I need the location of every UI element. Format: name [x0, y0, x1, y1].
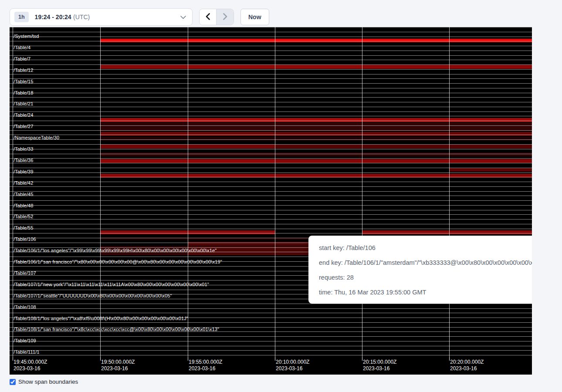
axis-time-label: 20:10:00.000Z2023-03-16: [276, 359, 309, 372]
heatmap-cell[interactable]: [100, 168, 188, 172]
heatmap-cell[interactable]: [449, 152, 532, 156]
heatmap-cell[interactable]: [275, 132, 362, 136]
heatmap-cell[interactable]: [362, 174, 449, 178]
heatmap-cell[interactable]: [10, 118, 100, 122]
time-gridline: [449, 27, 450, 357]
heatmap-cell[interactable]: [449, 132, 532, 136]
heatmap-cell[interactable]: [449, 65, 532, 69]
axis-tick: [188, 357, 188, 361]
heatmap-cell[interactable]: [275, 39, 362, 42]
heatmap-cell[interactable]: [188, 65, 275, 69]
heatmap-cell[interactable]: [188, 242, 275, 246]
tooltip-time: time: Thu, 16 Mar 2023 19:55:00 GMT: [319, 285, 532, 300]
heatmap-cell[interactable]: [362, 132, 449, 136]
time-range-label: 19:24 - 20:24 (UTC): [35, 13, 90, 21]
heatmap-cell[interactable]: [362, 122, 449, 131]
span-row-label: /Table/48: [14, 203, 34, 208]
tooltip-requests: requests: 28: [319, 270, 532, 285]
heatmap-cell[interactable]: [10, 39, 100, 42]
heatmap-cell[interactable]: [362, 168, 449, 172]
heatmap-cell[interactable]: [100, 159, 188, 163]
heatmap-cell[interactable]: [188, 118, 275, 122]
heatmap-cell[interactable]: [188, 237, 275, 240]
heatmap-cell[interactable]: [275, 137, 362, 141]
heatmap-cell[interactable]: [188, 174, 275, 178]
heatmap-cell[interactable]: [449, 159, 532, 163]
heatmap-cell[interactable]: [100, 152, 188, 156]
heatmap-cell[interactable]: [188, 230, 275, 234]
heatmap-cell[interactable]: [362, 152, 449, 156]
heatmap-cell[interactable]: [362, 145, 449, 149]
heatmap-cell[interactable]: [100, 230, 188, 234]
tooltip-end-key: end key: /Table/106/1/"amsterdam"/"\xb33…: [319, 255, 532, 270]
heatmap-cell[interactable]: [449, 230, 532, 234]
heatmap-cell[interactable]: [275, 174, 362, 178]
heatmap-cell[interactable]: [100, 145, 188, 149]
span-row-label: /Table/107/1/"seattle"/"UUUUUUD\x00\x80\…: [14, 293, 172, 298]
heatmap-cell[interactable]: [449, 168, 532, 172]
heatmap-cell[interactable]: [362, 39, 449, 42]
heatmap-cell[interactable]: [100, 65, 188, 69]
span-row-label: /Table/42: [14, 180, 34, 186]
heatmap-cell[interactable]: [100, 132, 188, 136]
heatmap-cell[interactable]: [100, 122, 188, 131]
show-span-boundaries-row[interactable]: Show span boundaries: [10, 378, 562, 385]
heatmap-band: [10, 132, 532, 136]
span-boundary-lines: [10, 27, 532, 357]
heatmap-cell[interactable]: [275, 118, 362, 122]
chevron-right-icon: [223, 13, 227, 21]
next-interval-button[interactable]: [217, 9, 234, 25]
heatmap-canvas[interactable]: /System/tsd/Table/4/Table/7/Table/12/Tab…: [10, 27, 532, 375]
heatmap-cell[interactable]: [188, 159, 275, 163]
time-nav-group: [199, 9, 234, 25]
heatmap-cell[interactable]: [449, 137, 532, 141]
heatmap-cell[interactable]: [10, 230, 100, 234]
toolbar: 1h 19:24 - 20:24 (UTC) Now: [0, 0, 562, 26]
time-gridline: [13, 27, 13, 357]
heatmap-cell[interactable]: [275, 152, 362, 156]
heatmap-cell[interactable]: [275, 122, 362, 131]
span-row-label: /Table/55: [14, 225, 34, 230]
time-gridline: [188, 27, 188, 357]
show-span-boundaries-checkbox[interactable]: [10, 379, 16, 385]
heatmap-cell[interactable]: [188, 122, 275, 131]
heatmap-cell[interactable]: [275, 65, 362, 69]
heatmap-cell[interactable]: [362, 159, 449, 163]
heatmap-cell[interactable]: [188, 39, 275, 42]
heatmap-cell[interactable]: [362, 230, 449, 234]
heatmap-cell[interactable]: [10, 152, 100, 156]
span-row-label: /Table/52: [14, 214, 34, 219]
time-gridline: [275, 27, 275, 357]
heatmap-cell[interactable]: [362, 118, 449, 122]
heatmap-cell[interactable]: [10, 242, 100, 246]
heatmap-cell[interactable]: [10, 174, 100, 178]
span-row-label: /Table/111/1: [14, 349, 40, 355]
heatmap-cell[interactable]: [449, 39, 532, 42]
heatmap-cell[interactable]: [449, 122, 532, 131]
heatmap-cell[interactable]: [100, 118, 188, 122]
heatmap-cell[interactable]: [188, 137, 275, 141]
now-button[interactable]: Now: [240, 9, 269, 25]
heatmap-cell[interactable]: [275, 145, 362, 149]
previous-interval-button[interactable]: [200, 9, 217, 25]
heatmap-cell[interactable]: [100, 242, 188, 246]
span-row-label: /System/tsd: [14, 34, 39, 39]
heatmap-cell[interactable]: [275, 230, 362, 234]
heatmap-cell[interactable]: [275, 159, 362, 163]
heatmap-cell[interactable]: [362, 137, 449, 141]
heatmap-cell[interactable]: [100, 39, 188, 42]
heatmap-cell[interactable]: [100, 174, 188, 178]
heatmap-cell[interactable]: [449, 145, 532, 149]
heatmap-cell[interactable]: [362, 65, 449, 69]
heatmap-cell[interactable]: [188, 168, 275, 172]
time-range-select[interactable]: 1h 19:24 - 20:24 (UTC): [10, 8, 193, 26]
heatmap-cell[interactable]: [275, 168, 362, 172]
heatmap-cell[interactable]: [449, 118, 532, 122]
span-row-label: /Table/12: [14, 68, 34, 73]
heatmap-cell[interactable]: [188, 145, 275, 149]
heatmap-cell[interactable]: [188, 132, 275, 136]
heatmap-cell[interactable]: [449, 174, 532, 178]
heatmap-cell[interactable]: [100, 237, 188, 240]
heatmap-cell[interactable]: [100, 137, 188, 141]
heatmap-cell[interactable]: [188, 152, 275, 156]
